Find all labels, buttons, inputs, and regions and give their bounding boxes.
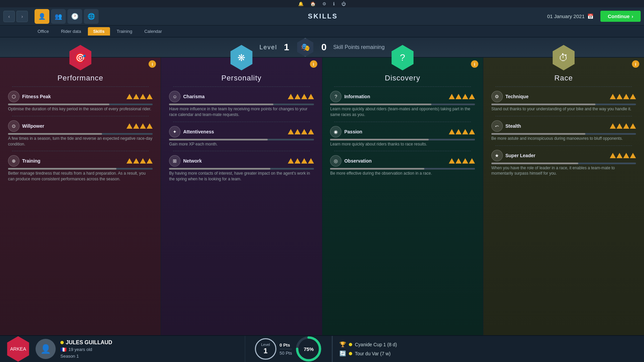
skill-name: Passion: [344, 129, 446, 134]
trophy-icon: 🏆: [339, 341, 346, 348]
triangle-filled: [469, 94, 475, 99]
nav-icon-globe[interactable]: 🌐: [84, 9, 99, 24]
home-icon[interactable]: 🏠: [310, 1, 316, 6]
skill-bar-bg: [169, 104, 314, 105]
card-divider: [173, 122, 310, 122]
triangle-filled: [288, 158, 294, 164]
skill-icon: ◉: [330, 126, 341, 137]
rider-name: JULES GUILLAUD: [60, 340, 112, 346]
avatar-hexagon: 🎭: [296, 38, 315, 57]
total-pts-text: 50 Pts: [280, 351, 292, 356]
performance-title: Performance: [57, 74, 103, 82]
triangle-filled: [140, 94, 146, 99]
skill-icon: ★: [491, 150, 503, 161]
tab-rider-data[interactable]: Rider data: [56, 27, 87, 36]
card-divider: [12, 116, 149, 116]
triangle-filled: [623, 153, 629, 158]
nav-icon-active[interactable]: 👤: [35, 9, 49, 24]
triangle-filled: [455, 158, 462, 164]
triangle-filled: [294, 158, 301, 164]
current-pts-row: 0 Pts: [280, 343, 292, 348]
card-divider: [495, 86, 632, 87]
skill-bar-bg: [169, 139, 314, 140]
triangle-filled: [449, 94, 455, 99]
skill-card-performance: i🎯Performance⬡Fitness PeakOptimise the d…: [0, 58, 161, 335]
skill-header: ☺Charisma: [169, 91, 314, 102]
progress-label: 75%: [304, 346, 314, 352]
nav-icon-riders[interactable]: 👥: [51, 9, 66, 24]
skill-desc: A few times in a season, turn the tide a…: [8, 136, 153, 147]
rider-team-hex: ARKEA: [5, 336, 31, 362]
triangle-filled: [462, 158, 468, 164]
triangle-filled: [455, 129, 462, 134]
triangle-filled: [610, 123, 616, 129]
skill-name: Stealth: [505, 123, 607, 129]
triangle-filled: [630, 94, 636, 99]
skill-header: ★Super Leader: [491, 150, 636, 161]
cycling-icon: 🔄: [339, 350, 346, 357]
triangle-filled: [301, 94, 307, 99]
race-name-1: Cyanide Cup 1 (8 d): [355, 342, 397, 347]
skill-icon: ◎: [330, 155, 341, 167]
calendar-icon[interactable]: 📅: [587, 13, 594, 19]
skill-triangles: [126, 94, 153, 99]
rider-age-text: 19 years old: [68, 347, 92, 352]
skill-triangles: [449, 94, 475, 99]
triangle-filled: [147, 94, 153, 99]
rider-season: Season 1: [60, 354, 112, 359]
skill-bar-wrap: [330, 104, 475, 105]
current-pts-num: 0 Pts: [280, 343, 290, 348]
triangle-filled: [301, 129, 307, 134]
level-bar: Level 1 🎭 0 Skill Points remaining: [0, 38, 644, 58]
info-badge[interactable]: i: [471, 60, 478, 68]
skill-bar-bg: [330, 104, 475, 105]
progress-circle: 75%: [295, 336, 322, 362]
triangle-filled: [147, 158, 153, 164]
forward-button[interactable]: ›: [16, 11, 28, 22]
info-badge[interactable]: i: [149, 60, 156, 68]
total-pts-row: 50 Pts: [280, 351, 292, 356]
skill-bar-bg: [491, 104, 636, 105]
power-icon[interactable]: ⏻: [341, 1, 346, 6]
skill-item-super-leader: ★Super LeaderWhen you have the role of l…: [491, 148, 636, 179]
skill-bar-bg: [330, 139, 475, 140]
card-divider: [495, 145, 632, 146]
continue-button[interactable]: Continue ›: [600, 11, 641, 22]
skill-desc: Be more astute and inconspicuous during …: [491, 136, 636, 141]
triangle-filled: [469, 129, 475, 134]
skill-triangles: [288, 94, 314, 99]
skill-bar-bg: [330, 168, 475, 170]
info-badge[interactable]: i: [632, 60, 639, 68]
main-content: i🎯Performance⬡Fitness PeakOptimise the d…: [0, 58, 644, 335]
avatar-icon: 🎭: [301, 43, 310, 52]
race-name-2: Tour du Var (7 w): [355, 351, 390, 356]
triangle-filled: [308, 158, 314, 164]
skill-triangles: [288, 129, 314, 134]
skill-icon: ⊕: [8, 155, 19, 167]
tab-training[interactable]: Training: [111, 27, 138, 36]
tab-calendar[interactable]: Calendar: [139, 27, 167, 36]
card-divider: [173, 151, 310, 151]
skill-icon: ⬡: [8, 91, 19, 102]
pts-divider: [280, 349, 292, 349]
tab-skills[interactable]: Skills: [88, 27, 110, 36]
info-icon[interactable]: ℹ: [333, 1, 335, 6]
skill-bar-wrap: [491, 104, 636, 105]
tab-office[interactable]: Office: [32, 27, 54, 36]
skill-triangles: [610, 94, 636, 99]
skill-desc: When you have the role of leader in a ra…: [491, 165, 636, 177]
skill-item-willpower: ⊙WillpowerA few times in a season, turn …: [8, 118, 153, 149]
skill-header: ⬡Fitness Peak: [8, 91, 153, 102]
tab-bar: Office Rider data Skills Training Calend…: [0, 25, 644, 38]
nav-date: 01 January 2021 📅: [547, 13, 594, 19]
back-button[interactable]: ‹: [3, 11, 15, 22]
skill-card-discovery: i?Discovery?InformationLearn more quickl…: [322, 58, 483, 335]
skill-header: ◉Passion: [330, 126, 475, 137]
nav-icon-clock[interactable]: 🕐: [67, 9, 82, 24]
bell-icon[interactable]: 🔔: [298, 1, 304, 6]
info-badge[interactable]: i: [310, 60, 317, 68]
skill-item-observation: ◎ObservationBe more effective during the…: [330, 153, 475, 178]
chevron-right-icon: ›: [632, 13, 633, 19]
gear-icon[interactable]: ⚙: [322, 1, 326, 6]
triangle-filled: [455, 94, 462, 99]
